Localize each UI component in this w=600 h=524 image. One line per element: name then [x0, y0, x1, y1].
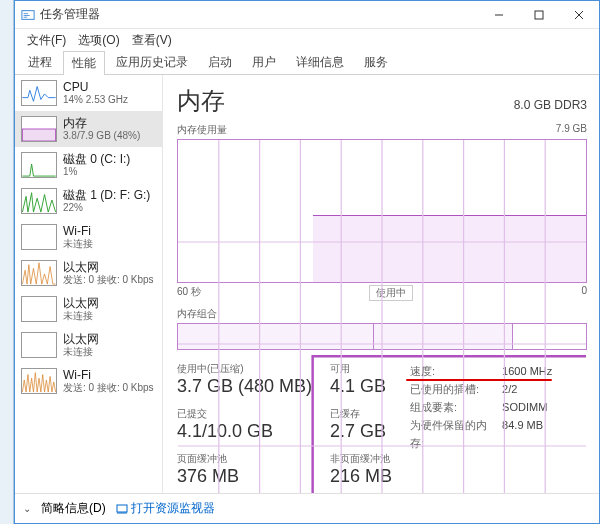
sidebar-item-ethernet[interactable]: 以太网未连接 [15, 291, 162, 327]
footer: ⌄ 简略信息(D) 打开资源监视器 [15, 493, 599, 523]
svg-rect-3 [24, 16, 28, 17]
sidebar-item-label: 以太网 [63, 260, 154, 274]
sidebar-item-sub: 发送: 0 接收: 0 Kbps [63, 382, 154, 394]
sidebar-item-wifi[interactable]: Wi-Fi未连接 [15, 219, 162, 255]
sidebar-item-sub: 1% [63, 166, 130, 178]
net-thumb-icon [21, 368, 57, 394]
chart-title: 内存使用量 [177, 123, 227, 137]
sidebar-item-cpu[interactable]: CPU14% 2.53 GHz [15, 75, 162, 111]
tab-startup[interactable]: 启动 [199, 50, 241, 74]
menu-file[interactable]: 文件(F) [21, 30, 72, 51]
sidebar-item-sub: 未连接 [63, 238, 93, 250]
svg-rect-1 [24, 13, 28, 14]
svg-rect-21 [117, 505, 127, 512]
chevron-down-icon[interactable]: ⌄ [23, 503, 31, 514]
page-title: 内存 [177, 85, 225, 117]
disk-thumb-icon [21, 152, 57, 178]
task-manager-window: 任务管理器 文件(F) 选项(O) 查看(V) 进程 性能 应用历史记录 启动 … [14, 0, 600, 524]
net-thumb-icon [21, 332, 57, 358]
minimize-button[interactable] [479, 2, 519, 28]
svg-rect-2 [24, 15, 30, 16]
sidebar-item-sub: 14% 2.53 GHz [63, 94, 128, 106]
memory-thumb-icon [21, 116, 57, 142]
sidebar-item-wifi[interactable]: Wi-Fi发送: 0 接收: 0 Kbps [15, 363, 162, 399]
titlebar: 任务管理器 [15, 1, 599, 29]
sidebar-item-label: 磁盘 0 (C: I:) [63, 152, 130, 166]
speed-key: 速度: [410, 362, 492, 380]
close-button[interactable] [559, 2, 599, 28]
maximize-button[interactable] [519, 2, 559, 28]
tab-processes[interactable]: 进程 [19, 50, 61, 74]
sidebar-item-label: 以太网 [63, 332, 99, 346]
sidebar-item-label: 以太网 [63, 296, 99, 310]
svg-rect-5 [535, 11, 543, 19]
menu-options[interactable]: 选项(O) [72, 30, 125, 51]
sidebar-item-label: 内存 [63, 116, 140, 130]
menubar: 文件(F) 选项(O) 查看(V) [15, 29, 599, 51]
sidebar: CPU14% 2.53 GHz 内存3.8/7.9 GB (48%) 磁盘 0 … [15, 75, 163, 493]
sidebar-item-label: CPU [63, 80, 128, 94]
open-resource-monitor-link[interactable]: 打开资源监视器 [116, 500, 215, 517]
disk-thumb-icon [21, 188, 57, 214]
memory-usage-chart[interactable] [177, 139, 587, 283]
net-thumb-icon [21, 296, 57, 322]
net-thumb-icon [21, 260, 57, 286]
sidebar-item-sub: 发送: 0 接收: 0 Kbps [63, 274, 154, 286]
tab-performance[interactable]: 性能 [63, 51, 105, 75]
sidebar-item-ethernet[interactable]: 以太网未连接 [15, 327, 162, 363]
tab-strip: 进程 性能 应用历史记录 启动 用户 详细信息 服务 [15, 51, 599, 75]
menu-view[interactable]: 查看(V) [126, 30, 178, 51]
chart-max: 7.9 GB [556, 123, 587, 137]
sidebar-item-disk1[interactable]: 磁盘 1 (D: F: G:)22% [15, 183, 162, 219]
tab-app-history[interactable]: 应用历史记录 [107, 50, 197, 74]
sidebar-item-sub: 3.8/7.9 GB (48%) [63, 130, 140, 142]
sidebar-item-ethernet[interactable]: 以太网发送: 0 接收: 0 Kbps [15, 255, 162, 291]
svg-rect-8 [22, 129, 55, 141]
tab-users[interactable]: 用户 [243, 50, 285, 74]
sidebar-item-label: 磁盘 1 (D: F: G:) [63, 188, 150, 202]
sidebar-item-sub: 未连接 [63, 310, 99, 322]
monitor-icon [116, 503, 128, 515]
memory-spec: 8.0 GB DDR3 [514, 98, 587, 112]
tab-services[interactable]: 服务 [355, 50, 397, 74]
cpu-thumb-icon [21, 80, 57, 106]
sidebar-item-disk0[interactable]: 磁盘 0 (C: I:)1% [15, 147, 162, 183]
tab-details[interactable]: 详细信息 [287, 50, 353, 74]
main-panel: 内存 8.0 GB DDR3 内存使用量 7.9 GB 60 [163, 75, 599, 493]
net-thumb-icon [21, 224, 57, 250]
sidebar-item-sub: 未连接 [63, 346, 99, 358]
sidebar-item-memory[interactable]: 内存3.8/7.9 GB (48%) [15, 111, 162, 147]
sidebar-item-sub: 22% [63, 202, 150, 214]
window-title: 任务管理器 [40, 6, 479, 23]
app-icon [21, 8, 35, 22]
brief-info-button[interactable]: 简略信息(D) [41, 500, 106, 517]
sidebar-item-label: Wi-Fi [63, 368, 154, 382]
sidebar-item-label: Wi-Fi [63, 224, 93, 238]
